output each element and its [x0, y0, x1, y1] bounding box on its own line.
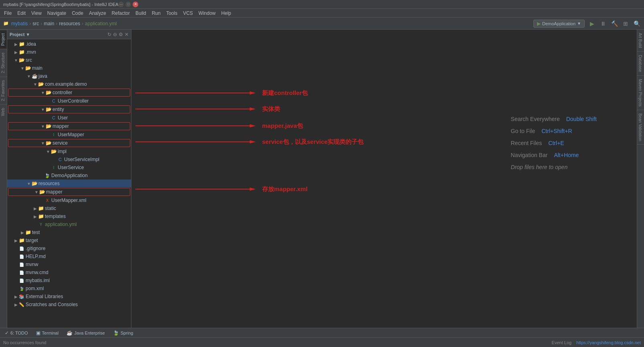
side-tab-web[interactable]: Web — [0, 104, 7, 119]
tree-item-service[interactable]: ▼ 📂 service — [8, 139, 130, 147]
tree-item-main[interactable]: ▼ 📂 main — [7, 64, 131, 72]
spring-icon: 🍃 — [113, 330, 119, 336]
right-tab-maven[interactable]: Maven Projects — [637, 76, 644, 110]
tree-item-resources[interactable]: ▼ 📂 resources — [7, 180, 131, 188]
tree-item-mvnw[interactable]: 📄 mvnw — [7, 260, 131, 268]
menu-file[interactable]: File — [2, 10, 14, 17]
run-button[interactable]: ▶ — [588, 20, 596, 28]
tree-item-entity[interactable]: ▼ 📂 entity — [8, 105, 130, 113]
side-tab-project[interactable]: Project — [0, 30, 7, 49]
tree-item-java[interactable]: ▼ ☕ java — [7, 72, 131, 80]
search-everywhere-button[interactable]: 🔍 — [633, 20, 641, 28]
menu-refactor[interactable]: Refactor — [109, 10, 132, 17]
right-tab-database[interactable]: Database — [637, 52, 644, 76]
bottom-tab-spring[interactable]: 🍃 Spring — [111, 329, 135, 337]
tip-drop-files: Drop files here to open — [511, 164, 597, 170]
menu-navigate[interactable]: Navigate — [45, 10, 69, 17]
breadcrumb-resources[interactable]: resources — [59, 21, 80, 26]
folder-icon-mvn: 📁 — [18, 49, 25, 55]
annotation-text-controller: 新建controller包 — [262, 89, 308, 97]
tree-item-idea[interactable]: ▶ 📁 .idea — [7, 40, 131, 48]
tree-item-user[interactable]: C User — [7, 114, 131, 122]
minimize-button[interactable]: — — [118, 2, 124, 7]
run-config-dropdown-icon[interactable]: ▼ — [577, 21, 581, 26]
build-button[interactable]: 🔨 — [610, 20, 618, 28]
tree-label-static: static — [45, 206, 56, 211]
breadcrumb: mybatis › src › main › resources › appli… — [11, 21, 117, 26]
layout-button[interactable]: ⊞ — [622, 20, 630, 28]
tree-item-extlibs[interactable]: ▶ 📚 External Libraries — [7, 293, 131, 301]
menu-run[interactable]: Run — [149, 10, 163, 17]
side-tab-structure[interactable]: 2: Structure — [0, 49, 7, 77]
menu-code[interactable]: Code — [69, 10, 86, 17]
tree-item-target[interactable]: ▶ 📁 target — [7, 236, 131, 244]
tree-item-userservice[interactable]: I UserService — [7, 163, 131, 171]
bottom-tab-terminal[interactable]: ▣ Terminal — [34, 329, 61, 337]
panel-hide-icon[interactable]: ✕ — [125, 32, 129, 37]
tree-item-usercontroller[interactable]: C UserController — [7, 97, 131, 105]
menu-build[interactable]: Build — [133, 10, 149, 17]
panel-settings-icon[interactable]: ⚙ — [119, 32, 123, 37]
tree-label-src: src — [26, 57, 32, 63]
tree-item-test[interactable]: ▶ 📁 test — [7, 228, 131, 236]
right-tab-artbuild[interactable]: Art Build — [637, 30, 644, 52]
debug-button[interactable]: ⏸ — [599, 20, 607, 28]
side-tab-favorites[interactable]: 2: Favorites — [0, 77, 7, 104]
menu-edit[interactable]: Edit — [15, 10, 28, 17]
menu-window[interactable]: Window — [196, 10, 218, 17]
tree-item-mybatisiml[interactable]: 📄 mybatis.iml — [7, 276, 131, 284]
breadcrumb-main[interactable]: main — [44, 21, 54, 26]
close-button[interactable]: ✕ — [133, 2, 138, 7]
tree-item-mvnwcmd[interactable]: 📄 mvnw.cmd — [7, 268, 131, 276]
event-log-label[interactable]: Event Log — [552, 340, 572, 345]
tree-arrow-scratches: ▶ — [14, 303, 18, 307]
tree-label-com: com.example.demo — [45, 81, 87, 87]
tip-goto-file: Go to File Ctrl+Shift+R — [511, 128, 597, 134]
breadcrumb-sep1: › — [29, 21, 31, 26]
statusbar: No occurrences found Event Log https://y… — [0, 337, 644, 347]
menu-tools[interactable]: Tools — [164, 10, 180, 17]
xml-icon-umx: X — [44, 198, 50, 203]
class-icon-user: C — [50, 115, 57, 120]
annotation-text-mapperxml: 存放mapper.xml — [262, 186, 307, 193]
panel-sync-icon[interactable]: ↻ — [107, 32, 111, 37]
menu-view[interactable]: View — [29, 10, 44, 17]
tree-item-demoapplication[interactable]: 🍃 DemoApplication — [7, 171, 131, 180]
tree-label-service: service — [52, 140, 68, 146]
bottom-tab-java-enterprise[interactable]: ☕ Java Enterprise — [65, 329, 106, 337]
breadcrumb-src[interactable]: src — [32, 21, 39, 26]
tree-item-src[interactable]: ▼ 📂 src — [7, 56, 131, 64]
run-config-selector[interactable]: ▶ DemoApplication ▼ — [533, 20, 585, 28]
tree-item-static[interactable]: ▶ 📁 static — [7, 204, 131, 212]
menu-help[interactable]: Help — [219, 10, 234, 17]
panel-collapse-icon[interactable]: ⊖ — [113, 32, 117, 37]
tree-item-com[interactable]: ▼ 📂 com.example.demo — [7, 80, 131, 88]
breadcrumb-appyml[interactable]: application.yml — [85, 21, 117, 26]
file-icon-gitignore: 📄 — [18, 246, 25, 251]
tree-label-mapper: mapper — [52, 123, 69, 129]
tree-item-scratches[interactable]: ▶ ✏️ Scratches and Consoles — [7, 301, 131, 309]
tree-item-appyml[interactable]: Y application.yml — [7, 220, 131, 228]
right-tab-bean[interactable]: Bean Validation — [637, 110, 644, 145]
tree-item-mapper[interactable]: ▼ 📂 mapper — [8, 122, 130, 130]
tree-item-impl[interactable]: ▼ 📂 impl — [7, 147, 131, 155]
menu-vcs[interactable]: VCS — [181, 10, 196, 17]
tree-item-controller[interactable]: ▼ 📂 controller — [8, 89, 130, 97]
tree-item-usermapperxml[interactable]: X UserMapper.xml — [7, 196, 131, 204]
tree-item-pomxml[interactable]: 🍃 pom.xml — [7, 284, 131, 293]
breadcrumb-mybatis[interactable]: mybatis — [11, 21, 28, 26]
bottom-tab-todo[interactable]: ✓ 6: TODO — [3, 329, 30, 337]
maximize-button[interactable]: □ — [125, 2, 131, 7]
tree-item-usermapper[interactable]: I UserMapper — [7, 131, 131, 139]
tip-goto-label: Go to File — [511, 128, 535, 134]
tree-item-userserviceimpl[interactable]: C UserServiceImpl — [7, 155, 131, 163]
tree-item-mvn[interactable]: ▶ 📁 .mvn — [7, 48, 131, 56]
tree-item-help[interactable]: 📄 HELP.md — [7, 252, 131, 260]
tree-item-gitignore[interactable]: 📄 .gitignore — [7, 244, 131, 252]
tree-item-mapper-res[interactable]: ▼ 📂 mapper — [8, 188, 130, 196]
menu-analyze[interactable]: Analyze — [87, 10, 109, 17]
tree-arrow-java: ▼ — [26, 74, 31, 79]
tree-item-templates[interactable]: ▶ 📁 templates — [7, 212, 131, 220]
folder-icon-com: 📂 — [38, 81, 44, 87]
interface-icon-um: I — [50, 132, 57, 137]
